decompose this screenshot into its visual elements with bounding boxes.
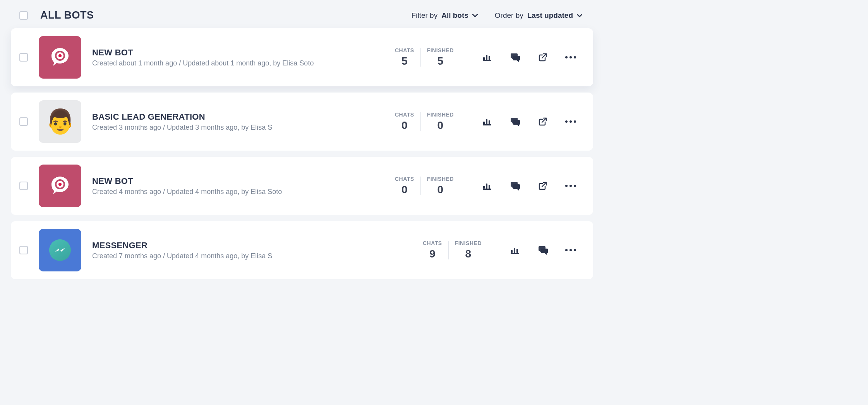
stat-value: 8 [455, 248, 482, 260]
svg-rect-16 [511, 250, 513, 253]
stat-label: CHATS [395, 47, 414, 53]
select-all-checkbox[interactable] [19, 11, 28, 20]
chat-icon [538, 245, 548, 255]
stat-label: FINISHED [427, 47, 454, 53]
stat-value: 5 [427, 55, 454, 67]
order-label: Order by [495, 11, 523, 20]
more-button[interactable] [565, 52, 576, 63]
bot-main: NEW BOTCreated about 1 month ago / Updat… [92, 48, 379, 67]
divider [420, 112, 421, 131]
stat-value: 0 [427, 184, 454, 196]
stat-chats: CHATS9 [418, 240, 447, 260]
chevron-down-icon [472, 14, 478, 17]
bot-meta: Created 3 months ago / Updated 3 months … [92, 124, 379, 132]
svg-point-11 [58, 183, 62, 186]
stat-label: FINISHED [427, 176, 454, 182]
bot-stats: CHATS5FINISHED5 [390, 47, 458, 67]
bot-stats: CHATS0FINISHED0 [390, 112, 458, 132]
svg-rect-5 [483, 60, 491, 61]
bot-card[interactable]: NEW BOTCreated 4 months ago / Updated 4 … [11, 157, 593, 215]
svg-rect-13 [486, 184, 487, 189]
stat-value: 0 [395, 119, 414, 132]
svg-rect-4 [489, 56, 490, 60]
stat-finished: FINISHED5 [422, 47, 458, 67]
filter-value: All bots [441, 11, 468, 20]
stat-value: 0 [395, 184, 414, 196]
bot-card[interactable]: 👨BASIC LEAD GENERATIONCreated 3 months a… [11, 93, 593, 151]
bot-actions [482, 180, 576, 191]
external-link-icon [539, 117, 547, 126]
share-button[interactable] [537, 52, 548, 63]
share-button[interactable] [537, 116, 548, 127]
svg-point-1 [58, 54, 62, 57]
bot-avatar [39, 229, 81, 271]
stat-label: CHATS [395, 176, 414, 182]
more-icon [565, 56, 576, 58]
svg-rect-17 [514, 248, 515, 253]
bot-avatar: 👨 [39, 100, 81, 143]
row-checkbox[interactable] [19, 182, 28, 190]
order-value: Last updated [527, 11, 573, 20]
stat-label: FINISHED [427, 112, 454, 118]
bot-avatar [39, 165, 81, 207]
bot-actions [509, 245, 576, 256]
header-left: ALL BOTS [19, 9, 94, 21]
filter-label: Filter by [412, 11, 438, 20]
svg-rect-9 [483, 124, 491, 125]
order-dropdown[interactable]: Order by Last updated [495, 11, 582, 20]
stat-value: 5 [395, 55, 414, 67]
svg-rect-7 [486, 119, 487, 124]
bot-main: BASIC LEAD GENERATIONCreated 3 months ag… [92, 112, 379, 132]
svg-rect-6 [483, 122, 485, 124]
bot-stats: CHATS0FINISHED0 [390, 176, 458, 196]
chat-icon [510, 117, 520, 126]
analytics-button[interactable] [482, 52, 492, 63]
more-button[interactable] [565, 116, 576, 127]
divider [420, 177, 421, 195]
header-right: Filter by All bots Order by Last updated [412, 11, 593, 20]
bar-chart-icon [483, 53, 491, 61]
chats-button[interactable] [537, 245, 548, 256]
analytics-button[interactable] [482, 180, 492, 191]
bot-actions [482, 52, 576, 63]
filter-dropdown[interactable]: Filter by All bots [412, 11, 478, 20]
chat-icon [510, 181, 520, 190]
bot-card[interactable]: NEW BOTCreated about 1 month ago / Updat… [11, 28, 593, 86]
analytics-button[interactable] [509, 245, 520, 256]
chats-button[interactable] [509, 180, 520, 191]
chats-button[interactable] [509, 52, 520, 63]
share-button[interactable] [537, 180, 548, 191]
bar-chart-icon [483, 182, 491, 190]
bot-name: NEW BOT [92, 48, 379, 58]
divider [448, 241, 449, 259]
more-icon [565, 185, 576, 187]
bot-card[interactable]: MESSENGERCreated 7 months ago / Updated … [11, 221, 593, 279]
bar-chart-icon [483, 118, 491, 125]
svg-rect-18 [516, 249, 518, 253]
stat-finished: FINISHED8 [450, 240, 486, 260]
row-checkbox[interactable] [19, 246, 28, 254]
page-header: ALL BOTS Filter by All bots Order by Las… [11, 9, 593, 28]
stat-value: 0 [427, 119, 454, 132]
svg-rect-19 [511, 253, 519, 254]
stat-label: CHATS [423, 240, 442, 246]
analytics-button[interactable] [482, 116, 492, 127]
svg-rect-3 [486, 55, 487, 60]
bot-meta: Created about 1 month ago / Updated abou… [92, 59, 379, 67]
row-checkbox[interactable] [19, 117, 28, 126]
bot-avatar [39, 36, 81, 79]
stat-label: CHATS [395, 112, 414, 118]
stat-chats: CHATS0 [390, 112, 419, 132]
chevron-down-icon [577, 14, 582, 17]
external-link-icon [539, 53, 547, 62]
chats-button[interactable] [509, 116, 520, 127]
svg-rect-14 [489, 185, 490, 189]
stat-chats: CHATS0 [390, 176, 419, 196]
bar-chart-icon [511, 246, 519, 254]
more-button[interactable] [565, 180, 576, 191]
row-checkbox[interactable] [19, 53, 28, 62]
more-button[interactable] [565, 245, 576, 256]
bot-stats: CHATS9FINISHED8 [418, 240, 486, 260]
bot-list: NEW BOTCreated about 1 month ago / Updat… [11, 28, 593, 279]
stat-finished: FINISHED0 [422, 176, 458, 196]
